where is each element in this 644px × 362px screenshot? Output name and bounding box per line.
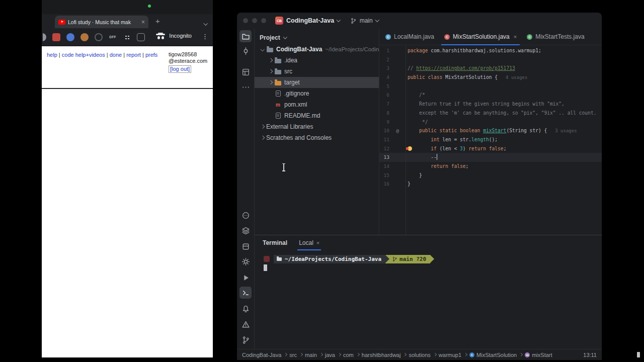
chevron-right-icon[interactable] [267, 70, 274, 73]
extension-icon-8[interactable] [137, 33, 145, 41]
line-number: 4 [379, 73, 389, 82]
extension-icon-3[interactable] [66, 33, 74, 41]
breadcrumb-com[interactable]: com [343, 352, 354, 358]
breadcrumb-separator-icon [284, 353, 287, 356]
breadcrumb-java[interactable]: java [325, 352, 335, 358]
extension-icon-5[interactable] [95, 33, 103, 41]
breadcrumb-label: harshitbhardwaj [362, 352, 401, 358]
code-line-10[interactable]: 10@ public static boolean mixStart(Strin… [379, 126, 602, 135]
services-tool-icon[interactable] [239, 224, 252, 236]
more-tool-icon[interactable] [239, 81, 252, 93]
project-panel-header[interactable]: Project [255, 32, 379, 44]
project-tool-icon[interactable] [239, 30, 252, 42]
tree-item-target[interactable]: target [255, 77, 379, 88]
chevron-right-icon[interactable] [259, 136, 266, 139]
extension-icon-7[interactable] [123, 33, 131, 41]
window-controls[interactable] [243, 18, 266, 23]
tree-item-codingbat-java[interactable]: CodingBat-Java~/IdeaProjects/CodingBat-J… [255, 44, 379, 55]
usages-inlay[interactable]: 3 usages [555, 128, 577, 133]
git-branch-widget[interactable]: main [350, 17, 379, 24]
terminal-tool-icon[interactable] [239, 287, 252, 299]
terminal-tab-local[interactable]: Local [297, 235, 321, 250]
tab-search-icon[interactable] [204, 18, 207, 27]
prompt-path-segment: ~/IdeaProjects/CodingBat-Java [274, 255, 385, 263]
breadcrumb-src[interactable]: src [289, 352, 297, 358]
code-line-7[interactable]: 7 Return true if the given string begins… [379, 100, 602, 109]
editor-tab-mixstarttests-java[interactable]: CMixStartTests.java [522, 29, 589, 45]
notifications-tool-icon[interactable] [239, 303, 252, 315]
tree-item-scratches-and-consoles[interactable]: Scratches and Consoles [255, 132, 379, 143]
code-line-4[interactable]: 4public class MixStartSolution {4 usages [379, 73, 602, 82]
tree-item-src[interactable]: src [255, 66, 379, 77]
tab-close-icon[interactable] [514, 34, 517, 40]
code-line-12[interactable]: 12 if (len < 3) return false; [379, 144, 602, 153]
caret-position[interactable]: 13:11 [583, 352, 597, 358]
terminal-output[interactable]: ~/IdeaProjects/CodingBat-Java main ?20 [255, 250, 602, 349]
build-tool-icon[interactable] [239, 240, 252, 252]
extension-icon-1[interactable] [43, 33, 46, 41]
code-line-11[interactable]: 11 int len = str.length(); [379, 135, 602, 144]
chevron-down-icon[interactable] [259, 48, 266, 51]
extension-icon-6[interactable]: DFF [109, 33, 117, 41]
line-number: 6 [379, 90, 389, 100]
breadcrumb-warmup1[interactable]: warmup1 [439, 352, 461, 358]
tree-item-pom-xml[interactable]: mpom.xml [255, 99, 379, 110]
editor-tab-mixstartsolution-java[interactable]: CMixStartSolution.java [439, 29, 522, 45]
problems-tool-icon[interactable] [239, 318, 252, 330]
structure-tool-icon[interactable] [239, 66, 252, 78]
extension-icon-4[interactable] [80, 33, 89, 41]
settings-tool-icon[interactable] [239, 255, 252, 267]
code-line-14[interactable]: 14 return false; [379, 162, 602, 171]
browser-tab[interactable]: Lofi study · Music that mak [55, 16, 148, 28]
gutter [389, 162, 406, 171]
nav-link-prefs[interactable]: prefs [145, 52, 157, 58]
chevron-right-icon[interactable] [267, 81, 274, 84]
profiler-tool-icon[interactable] [239, 209, 252, 221]
tree-item-idea[interactable]: .idea [255, 55, 379, 66]
code-line-3[interactable]: 3// https://codingbat.com/prob/p151713 [379, 64, 602, 73]
browser-menu-icon[interactable] [202, 33, 208, 40]
code-line-6[interactable]: 6 /* [379, 90, 602, 100]
nav-link-help[interactable]: help [47, 52, 57, 58]
logout-link[interactable]: [log out] [169, 65, 191, 73]
nav-link-done[interactable]: done [110, 52, 122, 58]
extension-icon-2[interactable] [52, 33, 60, 41]
code-line-8[interactable]: 8 except the 'm' can be anything, so "pi… [379, 109, 602, 118]
breadcrumb-main[interactable]: main [305, 352, 317, 358]
new-tab-button[interactable] [155, 17, 160, 25]
terminal-tab-close-icon[interactable] [316, 240, 319, 246]
code-line-9[interactable]: 9 */ [379, 118, 602, 127]
chevron-right-icon[interactable] [267, 59, 274, 62]
chevron-right-icon[interactable] [259, 125, 266, 128]
breadcrumb-mixstartsolution[interactable]: CMixStartSolution [469, 352, 517, 358]
git-branch-icon [350, 18, 357, 24]
code-editor[interactable]: 1package com.harshitbhardwaj.solutions.w… [379, 45, 602, 235]
tree-item-gitignore[interactable]: .gitignore [255, 88, 379, 99]
breadcrumb-harshitbhardwaj[interactable]: harshitbhardwaj [362, 352, 401, 358]
editor-tab-localmain-java[interactable]: CLocalMain.java [380, 29, 439, 45]
git-tool-icon[interactable] [239, 334, 252, 346]
breadcrumb-mixstart[interactable]: mmixStart [525, 352, 552, 358]
tab-close-icon[interactable] [141, 19, 145, 25]
usages-inlay[interactable]: 4 usages [506, 75, 527, 80]
breadcrumb-solutions[interactable]: solutions [409, 352, 430, 358]
code-line-5[interactable]: 5 [379, 82, 602, 91]
tree-item-label: README.md [284, 112, 320, 119]
code-line-13[interactable]: 13 -- [379, 153, 602, 162]
code-line-16[interactable]: 16} [379, 179, 602, 189]
breadcrumb-codingbat-java[interactable]: CodingBat-Java [242, 352, 281, 358]
nav-link-code-help-videos[interactable]: code help+videos [62, 52, 105, 58]
incognito-badge: Incognito [156, 32, 192, 39]
nav-link-report[interactable]: report [126, 52, 141, 58]
code-line-15[interactable]: 15 } [379, 171, 602, 180]
annotation-gutter-icon[interactable]: @ [389, 126, 406, 135]
tree-item-external-libraries[interactable]: External Libraries [255, 121, 379, 132]
code-line-1[interactable]: 1package com.harshitbhardwaj.solutions.w… [379, 46, 602, 55]
commit-tool-icon[interactable] [239, 45, 252, 57]
project-widget[interactable]: CB CodingBat-Java [275, 17, 340, 25]
code-line-2[interactable]: 2 [379, 55, 602, 64]
gutter [389, 135, 406, 144]
tree-item-readme-md[interactable]: README.md [255, 110, 379, 121]
intention-bulb-icon[interactable] [408, 146, 412, 151]
run-tool-icon[interactable] [239, 272, 252, 284]
